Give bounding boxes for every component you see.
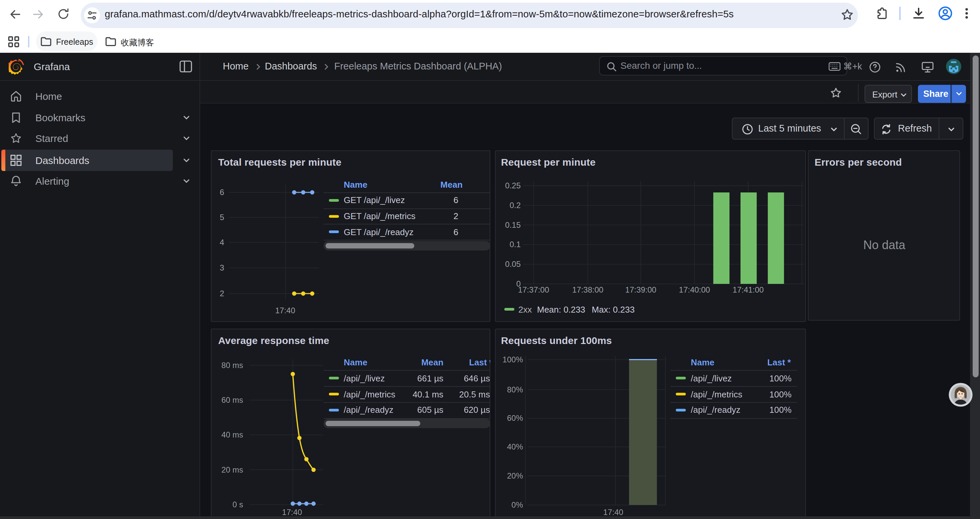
svg-text:20%: 20% bbox=[507, 471, 523, 480]
svg-text:60%: 60% bbox=[507, 413, 523, 422]
svg-text:4: 4 bbox=[220, 238, 224, 247]
svg-text:6: 6 bbox=[220, 188, 224, 197]
svg-text:17:40:00: 17:40:00 bbox=[678, 285, 710, 294]
svg-text:17:40: 17:40 bbox=[282, 507, 302, 516]
svg-text:60 ms: 60 ms bbox=[221, 395, 243, 404]
svg-text:17:39:00: 17:39:00 bbox=[625, 285, 656, 294]
svg-text:0.05: 0.05 bbox=[505, 260, 520, 268]
svg-text:17:40: 17:40 bbox=[275, 306, 295, 315]
svg-text:17:38:00: 17:38:00 bbox=[572, 285, 603, 294]
svg-text:80 ms: 80 ms bbox=[221, 360, 243, 369]
svg-text:17:41:00: 17:41:00 bbox=[732, 285, 763, 294]
svg-text:80%: 80% bbox=[507, 385, 523, 394]
svg-text:0.1: 0.1 bbox=[509, 240, 520, 249]
svg-text:0%: 0% bbox=[511, 500, 523, 509]
svg-text:3: 3 bbox=[220, 263, 224, 272]
svg-text:17:37:00: 17:37:00 bbox=[518, 285, 549, 294]
svg-text:2: 2 bbox=[220, 289, 224, 298]
svg-text:40%: 40% bbox=[507, 442, 523, 451]
svg-text:17:40: 17:40 bbox=[603, 507, 623, 516]
svg-text:0 s: 0 s bbox=[232, 500, 243, 509]
svg-text:20 ms: 20 ms bbox=[221, 465, 243, 474]
svg-text:40 ms: 40 ms bbox=[221, 430, 243, 439]
svg-text:0.25: 0.25 bbox=[505, 181, 520, 190]
svg-text:0.15: 0.15 bbox=[505, 220, 520, 230]
svg-text:5: 5 bbox=[220, 213, 224, 222]
svg-text:0.2: 0.2 bbox=[509, 201, 520, 210]
svg-text:100%: 100% bbox=[502, 355, 523, 364]
